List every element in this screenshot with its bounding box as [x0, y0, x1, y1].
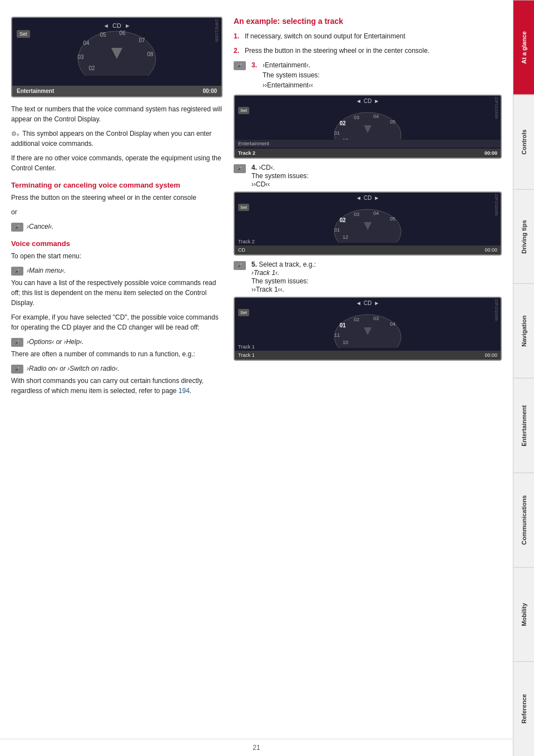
steps-list: 1. If necessary, switch on sound output … — [234, 31, 502, 90]
sidebar-tab-controls[interactable]: Controls — [513, 95, 534, 189]
step-2-number: 2. — [234, 46, 245, 56]
rcd-label-3: CD — [364, 300, 372, 306]
rcd-left-arrow-1: ◄ — [356, 98, 362, 104]
svg-text:04: 04 — [390, 321, 395, 327]
svg-text:03: 03 — [77, 54, 84, 60]
sidebar-tab-communications[interactable]: Communications — [513, 473, 534, 567]
sidebar-tab-mobility[interactable]: Mobility — [513, 567, 534, 662]
top-cd-screen: ◄ CD ► Set 02 03 04 05 — [11, 17, 222, 97]
section1-para2: or — [11, 207, 222, 217]
step-4-response: ››CD‹‹ — [251, 180, 270, 188]
bottom-label-top: Entertainment — [17, 88, 54, 94]
rcd-bottom-2: CD 00:00 — [235, 246, 501, 254]
step-4-number: 4. — [251, 164, 259, 171]
rcd-label-1: CD — [364, 98, 372, 104]
svg-text:01: 01 — [334, 227, 340, 233]
radio-cmd-line: 🎤 ›Radio on‹ or ›Switch on radio‹. — [11, 364, 222, 374]
rcd-right-arrow-2: ► — [374, 195, 379, 201]
section2-para5: With short commands you can carry out ce… — [11, 376, 222, 396]
left-column: ◄ CD ► Set 02 03 04 05 — [11, 17, 222, 728]
rcd-set-1[interactable]: Set — [238, 107, 249, 114]
set-button-top[interactable]: Set — [17, 30, 30, 38]
rcd-label-bottom-3: Track 1 — [238, 352, 255, 358]
rcd-right-arrow-1: ► — [374, 98, 379, 104]
rcd-set-3[interactable]: Set — [238, 309, 249, 316]
step-4-system: The system issues: — [251, 172, 309, 180]
step-4-container: 🎤 4. ›CD‹. The system issues: ››CD‹‹ — [234, 163, 502, 188]
step-1-content: If necessary, switch on sound output for… — [245, 31, 502, 41]
svg-text:05: 05 — [100, 32, 106, 38]
svg-text:06: 06 — [119, 30, 126, 36]
rcd-svg-3: 10 11 01 02 03 04 — [318, 312, 418, 348]
para5-post: . — [190, 387, 191, 395]
rcd-dial-3: 10 11 01 02 03 04 — [235, 307, 501, 348]
section2-para4: There are often a number of commands to … — [11, 349, 222, 359]
rcd-track-label-3: Track 1 — [238, 344, 255, 350]
rcd-header-3: ◄ CD ► — [235, 298, 501, 307]
cancel-cmd-line: 🎤 ›Cancel‹. — [11, 222, 222, 232]
main-menu-cmd-line: 🎤 ›Main menu‹. — [11, 266, 222, 276]
section2-heading: Voice commands — [11, 239, 222, 248]
section2-para2: You can have a list of the respectively … — [11, 278, 222, 308]
step-3-number: 3. — [251, 60, 263, 70]
section1-para1: Press the button on the steering wheel o… — [11, 193, 222, 203]
sidebar-tab-reference[interactable]: Reference — [513, 661, 534, 756]
entertainment-bar-1: Entertainment — [235, 140, 501, 148]
page-number: 21 — [0, 739, 513, 756]
step-1: 1. If necessary, switch on sound output … — [234, 31, 502, 41]
svg-text:02: 02 — [88, 65, 95, 71]
symbol-note: If there are no other voice commands, op… — [11, 153, 222, 173]
step-5-system: The system issues: — [251, 277, 309, 285]
rcd-time-2: 00:00 — [484, 247, 497, 253]
step-2-content: Press the button in the steering wheel o… — [245, 46, 502, 56]
voice-icon-cancel: 🎤 — [11, 223, 23, 232]
rcd-svg-2: 12 01 02 03 04 05 — [318, 207, 418, 243]
main-menu-cmd-text: ›Main menu‹. — [27, 267, 66, 274]
rcd-time-3: 00:00 — [484, 352, 497, 358]
rcd-label-bottom-2: CD — [238, 247, 245, 253]
watermark-2: Z3F151005h — [495, 194, 498, 216]
rcd-set-2[interactable]: Set — [238, 204, 249, 211]
step-5-number: 5. — [251, 261, 259, 268]
step-3: 🎤 3. ›Entertainment‹. The system issues:… — [234, 60, 502, 90]
svg-text:03: 03 — [354, 115, 359, 120]
step-5-italic: ›Track 1‹. — [251, 269, 279, 277]
cd-bottom-top: Entertainment 00:00 — [12, 86, 221, 96]
sidebar-tab-entertainment[interactable]: Entertainment — [513, 378, 534, 473]
voice-icon-step3: 🎤 — [234, 61, 246, 70]
svg-text:05: 05 — [390, 119, 395, 125]
svg-text:12: 12 — [343, 234, 348, 240]
track-dial-top: 02 03 04 05 06 07 08 — [17, 28, 217, 76]
step-5-cmd: Select a track, e.g.: — [259, 261, 316, 268]
step-4-content: 4. ›CD‹. The system issues: ››CD‹‹ — [251, 163, 309, 188]
rcd-header-1: ◄ CD ► — [235, 96, 501, 105]
cd-screen-1: ◄ CD ► Set 12 01 02 03 04 05 — [234, 95, 502, 159]
rcd-header-2: ◄ CD ► — [235, 193, 501, 202]
sidebar-tab-at-a-glance[interactable]: At a glance — [513, 0, 534, 95]
symbol-indicator: ⚙₀ — [11, 130, 19, 137]
svg-text:07: 07 — [139, 37, 145, 43]
rcd-left-arrow-3: ◄ — [356, 300, 362, 306]
rcd-dial-2: 12 01 02 03 04 05 — [235, 202, 501, 243]
svg-text:04: 04 — [83, 40, 90, 46]
voice-icon-radio: 🎤 — [11, 365, 23, 374]
voice-icon-step4: 🎤 — [234, 164, 246, 173]
step-3-cmd: ›Entertainment‹. — [263, 60, 502, 70]
symbol-text: This symbol appears on the Control Displ… — [11, 130, 211, 148]
right-section-title: An example: selecting a track — [234, 17, 502, 26]
step-5-content: 5. Select a track, e.g.: ›Track 1‹. The … — [251, 260, 316, 293]
rcd-track-1: Track 2 — [238, 150, 255, 156]
cancel-cmd-text: ›Cancel‹. — [27, 223, 54, 230]
section2-para1: To open the start menu: — [11, 251, 222, 261]
sidebar-tab-navigation[interactable]: Navigation — [513, 283, 534, 378]
svg-text:02: 02 — [339, 217, 346, 223]
sidebar-tab-driving-tips[interactable]: Driving tips — [513, 189, 534, 284]
radio-cmd-text: ›Radio on‹ or ›Switch on radio‹. — [27, 365, 120, 372]
voice-icon-options: 🎤 — [11, 338, 23, 347]
voice-icon-step5: 🎤 — [234, 261, 246, 270]
rcd-bottom-3: Track 1 00:00 — [235, 351, 501, 360]
intro-text: The text or numbers that the voice comma… — [11, 104, 222, 124]
right-column: An example: selecting a track 1. If nece… — [234, 17, 502, 728]
page-ref-link[interactable]: 194 — [179, 387, 190, 395]
rcd-time-1: 00:00 — [484, 150, 497, 156]
